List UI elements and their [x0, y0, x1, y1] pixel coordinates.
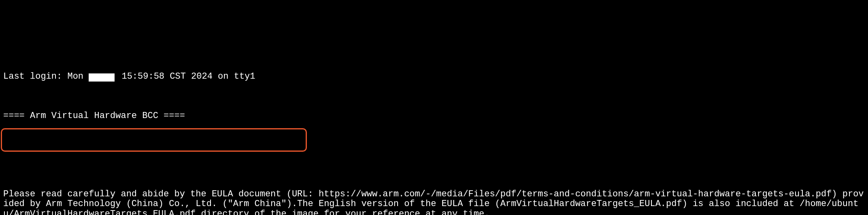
last-login-line: Last login: Mon 15:59:58 CST 2024 on tty…: [3, 72, 865, 82]
eula-text: Please read carefully and abide by the E…: [3, 189, 865, 215]
blank-line: [3, 150, 865, 160]
terminal-window[interactable]: Last login: Mon 15:59:58 CST 2024 on tty…: [0, 0, 868, 215]
redacted-date: [89, 73, 115, 82]
last-login-prefix: Last login: Mon: [3, 71, 89, 82]
banner-line: ==== Arm Virtual Hardware BCC ====: [3, 111, 865, 121]
blank-line: [3, 33, 865, 43]
last-login-suffix: 15:59:58 CST 2024 on tty1: [116, 71, 255, 82]
highlight-annotation: [1, 128, 307, 152]
